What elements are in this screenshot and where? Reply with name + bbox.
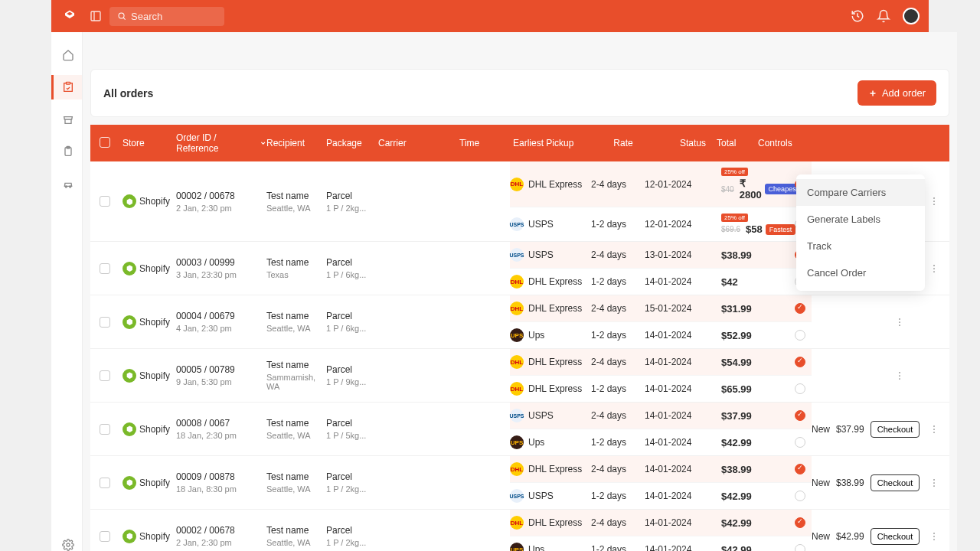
- more-actions-button[interactable]: [926, 528, 942, 545]
- package-type: Parcel: [326, 471, 378, 482]
- header-pickup[interactable]: Earliest Pickup: [513, 138, 590, 148]
- user-avatar[interactable]: [903, 8, 920, 24]
- row-checkbox[interactable]: [100, 531, 110, 542]
- header-store[interactable]: Store: [122, 138, 176, 148]
- nav-shop[interactable]: [51, 107, 82, 132]
- svg-point-19: [933, 271, 935, 272]
- price: $37.99: [721, 410, 752, 422]
- carrier-name: DHL Express: [528, 383, 582, 394]
- checkout-button[interactable]: Checkout: [871, 421, 920, 438]
- history-icon[interactable]: [851, 9, 864, 23]
- package-detail: 1 P / 6kg...: [326, 270, 378, 279]
- delivery-time: 1-2 days: [591, 383, 645, 394]
- carrier-radio[interactable]: [795, 544, 805, 551]
- menu-item[interactable]: Cancel Order: [796, 259, 925, 286]
- order-date: 2 Jan, 2:30 pm: [176, 204, 266, 213]
- menu-item[interactable]: Compare Carriers: [796, 179, 925, 206]
- row-checkbox[interactable]: [100, 196, 110, 207]
- more-actions-button[interactable]: [926, 421, 942, 438]
- recipient-location: Texas: [266, 270, 326, 279]
- header-carrier[interactable]: Carrier: [378, 138, 459, 148]
- row-checkbox[interactable]: [100, 478, 110, 488]
- order-id[interactable]: 00008 / 0067: [176, 418, 266, 429]
- discount-badge: 25% off: [721, 214, 748, 222]
- recipient-location: Seattle, WA: [266, 204, 326, 213]
- select-all-checkbox[interactable]: [100, 137, 110, 148]
- carrier-name: Ups: [528, 330, 544, 341]
- bell-icon[interactable]: [877, 9, 890, 23]
- delivery-time: 1-2 days: [591, 219, 645, 230]
- carrier-radio[interactable]: [795, 464, 805, 474]
- main-content: All orders Add order Store Order ID / Re…: [83, 32, 957, 551]
- topbar: [51, 0, 929, 32]
- menu-item[interactable]: Generate Labels: [796, 206, 925, 233]
- panel-toggle-icon[interactable]: [90, 10, 102, 22]
- nav-orders[interactable]: [51, 75, 82, 99]
- header-package[interactable]: Package: [326, 138, 378, 148]
- svg-rect-0: [91, 11, 100, 21]
- recipient-location: Seattle, WA: [266, 324, 326, 333]
- row-checkbox[interactable]: [100, 370, 110, 381]
- carrier-radio[interactable]: [795, 410, 805, 421]
- package-type: Parcel: [326, 311, 378, 321]
- carrier-radio[interactable]: [795, 330, 805, 341]
- price: $42: [721, 276, 738, 288]
- carrier-radio[interactable]: [795, 517, 805, 528]
- shopify-icon: ⬢: [122, 530, 136, 543]
- carrier-radio[interactable]: [795, 437, 805, 448]
- pickup-date: 14-01-2024: [645, 357, 721, 367]
- nav-settings[interactable]: [51, 533, 82, 551]
- page-title: All orders: [103, 87, 153, 99]
- carrier-name: DHL Express: [528, 464, 582, 474]
- order-id[interactable]: 00009 / 00878: [176, 471, 266, 482]
- carrier-radio[interactable]: [795, 303, 805, 314]
- header-order[interactable]: Order ID / Reference: [176, 132, 266, 154]
- more-actions-button[interactable]: [891, 314, 908, 331]
- search-box[interactable]: [109, 7, 224, 26]
- add-order-button[interactable]: Add order: [858, 80, 936, 106]
- shopify-icon: ⬢: [122, 262, 136, 276]
- checkout-button[interactable]: Checkout: [871, 528, 920, 545]
- row-checkbox[interactable]: [100, 263, 110, 274]
- more-actions-button[interactable]: [926, 260, 942, 277]
- order-id[interactable]: 00002 / 00678: [176, 525, 266, 536]
- carrier-radio[interactable]: [795, 491, 805, 501]
- price: $31.99: [721, 303, 752, 315]
- header-status[interactable]: Status: [680, 138, 717, 148]
- sort-arrow-icon: [260, 139, 266, 147]
- order-id[interactable]: 00003 / 00999: [176, 257, 266, 268]
- pickup-date: 15-01-2024: [645, 303, 721, 314]
- pickup-date: 14-01-2024: [645, 276, 721, 287]
- order-id[interactable]: 00004 / 00679: [176, 311, 266, 321]
- header-total[interactable]: Total: [717, 138, 758, 148]
- carrier-radio[interactable]: [795, 383, 805, 394]
- svg-rect-4: [66, 82, 70, 84]
- order-id[interactable]: 00002 / 00678: [176, 191, 266, 201]
- search-input[interactable]: [131, 11, 217, 22]
- recipient-name: Test name: [266, 311, 326, 321]
- row-checkbox[interactable]: [100, 317, 110, 328]
- row-checkbox[interactable]: [100, 424, 110, 435]
- delivery-time: 1-2 days: [591, 276, 645, 287]
- header-recipient[interactable]: Recipient: [266, 138, 326, 148]
- header-time[interactable]: Time: [459, 138, 513, 148]
- checkout-button[interactable]: Checkout: [871, 474, 920, 491]
- pickup-date: 14-01-2024: [645, 330, 721, 341]
- carrier-radio[interactable]: [795, 357, 805, 367]
- store-label: Shopify: [139, 478, 170, 488]
- delivery-time: 2-4 days: [591, 303, 645, 314]
- more-actions-button[interactable]: [891, 367, 908, 384]
- nav-home[interactable]: [51, 43, 82, 67]
- more-actions-button[interactable]: [926, 193, 942, 210]
- pickup-date: 14-01-2024: [645, 464, 721, 474]
- header-rate[interactable]: Rate: [590, 138, 657, 148]
- carrier-name: USPS: [528, 249, 554, 260]
- order-status: New: [812, 424, 830, 435]
- price: $42.99: [721, 517, 752, 529]
- order-id[interactable]: 00005 / 00789: [176, 364, 266, 375]
- nav-clipboard[interactable]: [51, 139, 82, 164]
- nav-car[interactable]: [51, 171, 82, 196]
- menu-item[interactable]: Track: [796, 233, 925, 259]
- recipient-name: Test name: [266, 360, 326, 370]
- more-actions-button[interactable]: [926, 474, 942, 491]
